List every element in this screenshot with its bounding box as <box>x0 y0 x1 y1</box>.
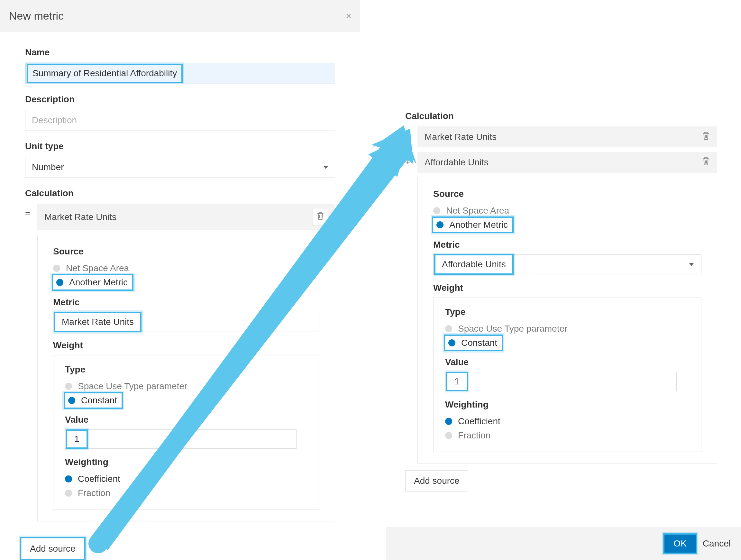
right-panel: Calculation = Market Rate Units + Afford… <box>405 111 717 492</box>
weighting-radio-coefficient[interactable]: Coefficient <box>65 472 308 486</box>
weighting-label: Weighting <box>65 457 308 468</box>
radio-label: Coefficient <box>458 416 500 427</box>
radio-icon <box>68 397 75 404</box>
left-dialog: New metric × Name Summary of Residential… <box>0 0 360 559</box>
radio-icon <box>436 221 444 228</box>
type-radio-space-use-r[interactable]: Space Use Type parameter <box>445 322 689 336</box>
radio-label: Space Use Type parameter <box>78 381 187 391</box>
weighting-radio-fraction-r[interactable]: Fraction <box>445 428 689 443</box>
ok-button[interactable]: OK <box>665 535 695 553</box>
value-label: Value <box>65 415 308 425</box>
radio-icon <box>65 383 72 390</box>
trash-icon <box>316 211 325 223</box>
source-panel-right: Source Net Space Area Another Metric Met… <box>417 177 717 464</box>
radio-icon <box>53 265 60 272</box>
calc-item-label: Market Rate Units <box>44 212 117 222</box>
calc-item-label: Market Rate Units <box>424 132 496 142</box>
weighting-radio-fraction[interactable]: Fraction <box>65 486 308 500</box>
calc-item-market-r[interactable]: Market Rate Units <box>417 126 717 147</box>
trash-icon[interactable] <box>702 156 710 168</box>
value-value: 1 <box>67 431 86 447</box>
close-icon[interactable]: × <box>346 11 351 21</box>
source-label-r: Source <box>433 189 701 199</box>
operator-equals: = <box>405 126 417 142</box>
radio-icon <box>445 325 452 332</box>
metric-value: Market Rate Units <box>55 313 140 331</box>
trash-icon[interactable] <box>702 131 710 143</box>
type-radio-constant[interactable]: Constant <box>65 393 122 408</box>
value-label-r: Value <box>445 357 689 367</box>
type-label: Type <box>65 364 308 375</box>
calc-label-right: Calculation <box>405 111 717 121</box>
calc-item-label: Affordable Units <box>424 157 488 168</box>
radio-icon <box>445 418 452 425</box>
add-source-button-r[interactable]: Add source <box>405 470 468 492</box>
type-radio-space-use[interactable]: Space Use Type parameter <box>65 379 308 393</box>
metric-label: Metric <box>53 297 319 308</box>
radio-label: Net Space Area <box>66 263 129 273</box>
radio-label: Another Metric <box>449 220 508 230</box>
weight-label: Weight <box>53 340 319 351</box>
unit-label: Unit type <box>25 141 335 151</box>
value-value-r: 1 <box>447 373 467 390</box>
radio-label: Constant <box>461 338 497 348</box>
weighting-label-r: Weighting <box>445 399 689 410</box>
calc-item-affordable[interactable]: Affordable Units <box>417 152 717 173</box>
delete-button[interactable] <box>313 208 328 226</box>
name-field-group: Name Summary of Residential Affordabilit… <box>25 47 335 84</box>
name-input-wrapper: Summary of Residential Affordability <box>25 63 335 84</box>
source-radio-net-space-r[interactable]: Net Space Area <box>433 204 701 218</box>
radio-label: Another Metric <box>69 277 128 288</box>
radio-icon <box>445 432 452 439</box>
metric-select-r[interactable]: Affordable Units <box>433 254 701 274</box>
desc-input[interactable]: Description <box>25 110 335 131</box>
weighting-radio-coefficient-r[interactable]: Coefficient <box>445 414 689 428</box>
add-source-button[interactable]: Add source <box>21 538 84 559</box>
value-input-r[interactable]: 1 <box>445 372 677 391</box>
calc-section: Calculation = Market Rate Units Source <box>25 188 335 521</box>
weight-panel: Type Space Use Type parameter Constant V… <box>53 355 319 509</box>
source-panel: Source Net Space Area Another Metric Met… <box>37 235 335 521</box>
desc-label: Description <box>25 94 335 105</box>
value-input[interactable]: 1 <box>65 429 296 449</box>
source-radio-another-metric[interactable]: Another Metric <box>53 275 132 290</box>
radio-icon <box>433 207 440 214</box>
operator-plus: + <box>405 152 417 167</box>
radio-label: Coefficient <box>78 474 120 484</box>
name-label: Name <box>25 47 335 58</box>
source-radio-another-metric-r[interactable]: Another Metric <box>433 218 512 232</box>
weight-label-r: Weight <box>433 283 701 293</box>
unit-select[interactable]: Number <box>25 157 335 178</box>
unit-value: Number <box>32 162 64 172</box>
footer-bar: OK Cancel <box>386 527 741 560</box>
radio-icon <box>65 476 72 483</box>
source-radio-net-space[interactable]: Net Space Area <box>53 261 319 275</box>
radio-label: Fraction <box>78 488 110 498</box>
dialog-title: New metric <box>9 10 64 22</box>
type-radio-constant-r[interactable]: Constant <box>445 336 502 350</box>
radio-icon <box>448 339 455 347</box>
unit-field-group: Unit type Number <box>25 141 335 178</box>
calc-row-r1: = Market Rate Units <box>405 126 717 147</box>
metric-label-r: Metric <box>433 240 701 250</box>
calc-row-1: = Market Rate Units <box>25 204 335 230</box>
svg-marker-3 <box>368 135 410 177</box>
cancel-button[interactable]: Cancel <box>703 539 731 549</box>
metric-select[interactable]: Market Rate Units <box>53 312 319 332</box>
source-label: Source <box>53 246 319 257</box>
radio-icon <box>56 279 63 286</box>
form-body: Name Summary of Residential Affordabilit… <box>0 32 360 559</box>
radio-icon <box>65 490 72 497</box>
desc-field-group: Description Description <box>25 94 335 131</box>
name-input[interactable]: Summary of Residential Affordability <box>28 65 181 82</box>
calc-row-r2: + Affordable Units <box>405 152 717 173</box>
radio-label: Fraction <box>458 430 490 441</box>
radio-label: Constant <box>81 395 117 406</box>
dialog-header: New metric × <box>0 0 360 32</box>
weight-panel-r: Type Space Use Type parameter Constant V… <box>433 298 701 452</box>
operator-equals: = <box>25 204 37 219</box>
calc-label: Calculation <box>25 188 335 198</box>
radio-label: Space Use Type parameter <box>458 324 567 334</box>
desc-placeholder: Description <box>32 115 77 125</box>
calc-item-market-rate[interactable]: Market Rate Units <box>37 204 335 230</box>
